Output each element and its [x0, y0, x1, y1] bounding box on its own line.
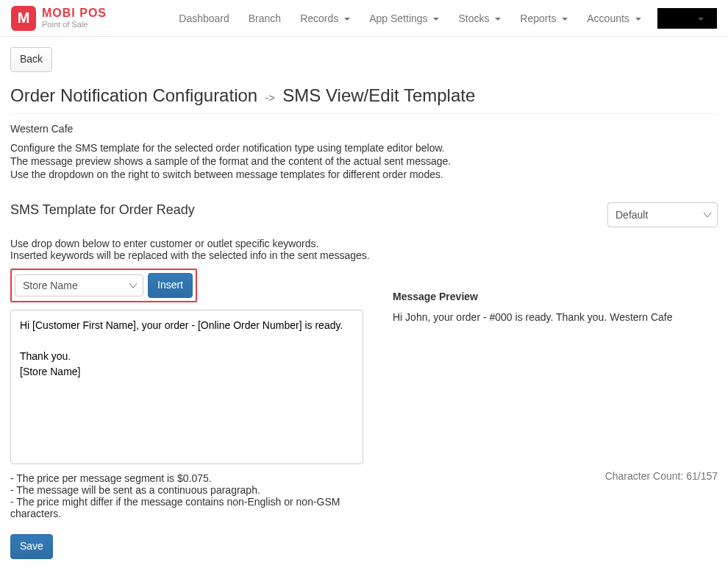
nav-reports[interactable]: Reports	[511, 1, 577, 35]
instruction-line: Use drop down below to enter customer or…	[10, 238, 718, 249]
nav-stocks[interactable]: Stocks	[449, 1, 510, 35]
preview-title: Message Preview	[393, 291, 718, 302]
page-title-sub: SMS View/Edit Template	[282, 85, 475, 105]
chevron-down-icon	[495, 18, 501, 21]
description-block: Configure the SMS template for the selec…	[10, 142, 718, 180]
note-line: - The price per message segment is $0.07…	[10, 472, 363, 484]
instruction-line: Inserted keywords will be replaced with …	[10, 249, 718, 261]
nav-app-settings[interactable]: App Settings	[360, 1, 448, 35]
nav-accounts[interactable]: Accounts	[578, 1, 649, 35]
instructions-block: Use drop down below to enter customer or…	[10, 238, 718, 261]
nav-dashboard[interactable]: Dashboard	[170, 1, 238, 35]
nav-records[interactable]: Records	[291, 1, 359, 35]
chevron-down-icon	[635, 18, 641, 21]
logo-subtitle: Point of Sale	[42, 21, 107, 29]
keyword-select[interactable]: Store Name	[15, 274, 143, 296]
brand-logo[interactable]: M MOBI POS Point of Sale	[11, 6, 107, 31]
chevron-down-icon	[562, 18, 568, 21]
logo-brand-text: MOBI POS	[42, 7, 107, 19]
outlet-name: Western Cafe	[10, 123, 718, 135]
description-line: Use the dropdown on the right to switch …	[10, 168, 718, 180]
separator	[10, 113, 718, 114]
character-count: Character Count: 61/157	[393, 470, 718, 482]
save-button[interactable]: Save	[10, 534, 53, 559]
order-mode-select[interactable]: Default	[607, 202, 718, 227]
chevron-down-icon	[433, 18, 439, 21]
template-textarea[interactable]	[10, 310, 363, 464]
user-menu[interactable]	[657, 8, 717, 29]
back-button[interactable]: Back	[10, 47, 52, 72]
page-title-main: Order Notification Configuration	[10, 85, 257, 105]
breadcrumb-arrow: ->	[265, 92, 275, 104]
note-line: - The message will be sent as a continuo…	[10, 484, 363, 496]
keyword-insert-group: Store Name Insert	[10, 269, 197, 302]
insert-button[interactable]: Insert	[148, 273, 193, 298]
preview-text: Hi John, your order - #000 is ready. Tha…	[393, 311, 718, 323]
pricing-notes: - The price per message segment is $0.07…	[10, 472, 363, 519]
description-line: The message preview shows a sample of th…	[10, 155, 718, 167]
section-title: SMS Template for Order Ready	[10, 202, 607, 218]
chevron-down-icon	[344, 18, 350, 21]
logo-icon: M	[11, 6, 36, 31]
top-navbar: M MOBI POS Point of Sale DashboardBranch…	[0, 0, 728, 37]
description-line: Configure the SMS template for the selec…	[10, 142, 718, 154]
page-title: Order Notification Configuration -> SMS …	[10, 85, 718, 106]
nav-items: DashboardBranchRecords App Settings Stoc…	[170, 1, 717, 35]
note-line: - The price might differ if the message …	[10, 496, 363, 519]
nav-branch[interactable]: Branch	[240, 1, 290, 35]
chevron-down-icon	[698, 18, 704, 21]
